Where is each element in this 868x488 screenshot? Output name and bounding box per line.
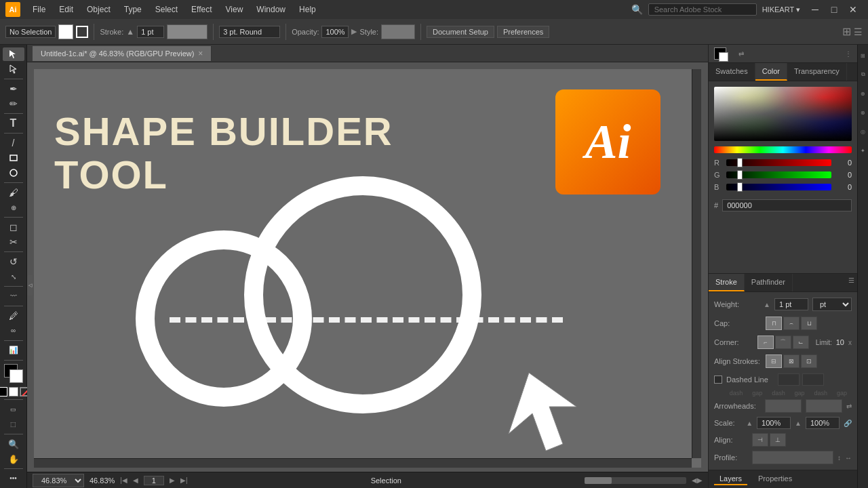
link-scales-icon[interactable]: 🔗	[844, 420, 852, 427]
stroke-swatch-preview[interactable]	[76, 26, 88, 38]
rotate-tool[interactable]: ↺	[3, 255, 24, 268]
background-swatch[interactable]	[9, 369, 23, 383]
color-bg-icon[interactable]	[719, 52, 728, 62]
gradient-icon[interactable]	[9, 387, 18, 396]
screen-mode-icon[interactable]: ⬚	[3, 418, 24, 431]
rt-btn-5[interactable]: ◎	[859, 123, 868, 140]
hscroll-thumb[interactable]	[585, 477, 612, 484]
direct-selection-tool[interactable]	[3, 62, 24, 76]
arrow-start-select[interactable]	[765, 399, 802, 413]
panel-collapse-left[interactable]: ◁	[27, 275, 33, 296]
profile-select[interactable]	[752, 451, 833, 464]
rt-btn-1[interactable]: ⊞	[859, 47, 868, 64]
workspace-icon[interactable]: ☰	[854, 26, 863, 37]
canvas-hscrollbar[interactable]	[34, 458, 692, 468]
fill-swatch[interactable]	[58, 24, 73, 39]
nav-last-icon[interactable]: ▶|	[180, 476, 188, 484]
profile-flip-h-icon[interactable]: ↔	[845, 454, 852, 462]
tab-properties[interactable]: Properties	[753, 473, 797, 485]
dash-field-1[interactable]	[778, 373, 800, 386]
red-slider-thumb[interactable]	[737, 158, 743, 167]
weight-dropdown[interactable]: 3 pt. Round	[219, 26, 280, 38]
stroke-color-bar[interactable]	[167, 24, 208, 39]
draw-mode-icon[interactable]: ▭	[3, 403, 24, 416]
align-outside-button[interactable]: ⊡	[801, 354, 817, 368]
opacity-value[interactable]: 100%	[321, 26, 349, 38]
scale-input-1[interactable]	[757, 417, 791, 429]
red-slider[interactable]	[726, 159, 831, 166]
blue-slider[interactable]	[726, 184, 831, 190]
arrow-end-select[interactable]	[806, 399, 842, 413]
canvas-vscrollbar[interactable]	[692, 69, 701, 458]
color-fg-icon[interactable]	[714, 47, 726, 60]
rt-btn-2[interactable]: ⧉	[859, 66, 868, 83]
line-tool[interactable]: /	[3, 136, 24, 150]
menu-window[interactable]: Window	[251, 3, 291, 16]
cap-round-button[interactable]: ⌢	[783, 317, 800, 330]
ellipse-tool[interactable]	[3, 166, 24, 180]
dashed-checkbox[interactable]	[714, 375, 722, 384]
corner-bevel-button[interactable]: ⌙	[793, 336, 809, 349]
hand-tool[interactable]: ✋	[3, 452, 24, 466]
nav-prev-icon[interactable]: ◀	[133, 476, 138, 484]
nav-first-icon[interactable]: |◀	[120, 476, 127, 484]
zoom-select[interactable]: 46.83%	[33, 474, 84, 487]
swap-colors-icon[interactable]: ⇄	[738, 50, 744, 58]
tab-color[interactable]: Color	[755, 63, 787, 81]
more-tools[interactable]: •••	[3, 472, 24, 485]
scale-input-2[interactable]	[806, 417, 840, 429]
corner-miter-button[interactable]: ⌐	[757, 336, 774, 349]
scissors-tool[interactable]: ✂	[3, 235, 24, 249]
stroke-panel-menu-icon[interactable]: ☰	[846, 274, 857, 291]
close-button[interactable]: ✕	[844, 0, 863, 19]
arrange-icon[interactable]: ⊞	[842, 25, 851, 38]
tab-pathfinder[interactable]: Pathfinder	[745, 274, 793, 291]
panel-options-icon[interactable]: ⋮	[845, 50, 852, 58]
canvas[interactable]: SHAPE BUILDER TOOL Ai	[34, 69, 701, 468]
rt-btn-6[interactable]: ✦	[859, 142, 868, 159]
color-hue-bar[interactable]	[714, 146, 852, 153]
type-tool[interactable]: T	[3, 117, 24, 130]
green-slider[interactable]	[726, 171, 831, 178]
eyedropper-tool[interactable]: 🖉	[3, 309, 24, 323]
stroke-value[interactable]: 1 pt	[137, 26, 164, 38]
doc-setup-button[interactable]: Document Setup	[427, 26, 494, 38]
menu-file[interactable]: File	[27, 3, 51, 16]
style-dropdown[interactable]	[381, 24, 415, 39]
rectangle-tool[interactable]	[3, 151, 24, 165]
blob-brush-tool[interactable]: ⊕	[3, 201, 24, 214]
pen-tool[interactable]: ✒	[3, 82, 24, 96]
align-btn-2[interactable]: ⊥	[770, 433, 786, 447]
swap-arrows-icon[interactable]: ⇄	[846, 403, 852, 410]
menu-view[interactable]: View	[220, 3, 249, 16]
warp-tool[interactable]: 〰	[3, 289, 24, 303]
nav-arrows-icon[interactable]: ◀▶	[692, 476, 703, 484]
tab-stroke[interactable]: Stroke	[709, 274, 745, 291]
menu-object[interactable]: Object	[81, 3, 116, 16]
menu-help[interactable]: Help	[294, 3, 321, 16]
menu-type[interactable]: Type	[119, 3, 147, 16]
selection-tool[interactable]	[3, 47, 24, 61]
menu-effect[interactable]: Effect	[186, 3, 217, 16]
stock-search-input[interactable]	[648, 3, 757, 16]
tab-transparency[interactable]: Transparency	[787, 63, 847, 81]
align-center-button[interactable]: ⊟	[766, 354, 782, 368]
nav-next-icon[interactable]: ▶	[170, 476, 175, 484]
tab-close-button[interactable]: ×	[198, 49, 203, 58]
cap-square-button[interactable]: ⊔	[801, 317, 817, 330]
tab-swatches[interactable]: Swatches	[709, 63, 755, 81]
gap-field-1[interactable]	[802, 373, 824, 386]
hex-input[interactable]	[722, 199, 852, 211]
profile-flip-icon[interactable]: ↕	[837, 454, 841, 462]
align-btn-1[interactable]: ⊣	[752, 433, 768, 447]
color-picker-gradient[interactable]	[714, 87, 852, 141]
tab-layers[interactable]: Layers	[714, 473, 747, 485]
pencil-tool[interactable]: ✏	[3, 97, 24, 110]
rt-btn-3[interactable]: ⊕	[859, 85, 868, 102]
document-tab[interactable]: Untitled-1c.ai* @ 46.83% (RGB/GPU Previe…	[33, 46, 212, 61]
scale-tool[interactable]: ⤡	[3, 270, 24, 283]
zoom-tool[interactable]: 🔍	[3, 437, 24, 451]
menu-select[interactable]: Select	[150, 3, 183, 16]
menu-edit[interactable]: Edit	[54, 3, 79, 16]
minimize-button[interactable]: ─	[806, 0, 825, 19]
